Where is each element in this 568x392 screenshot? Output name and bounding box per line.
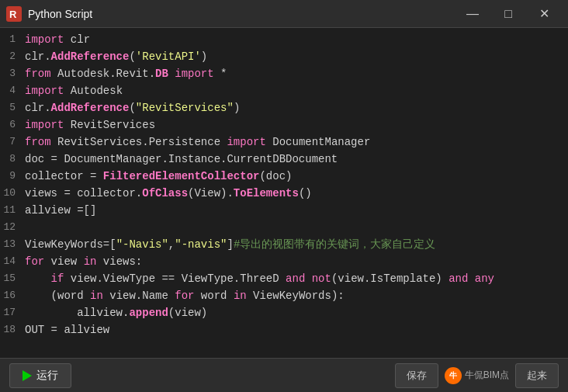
line-number: 3 <box>0 65 22 82</box>
play-icon <box>23 370 32 381</box>
watermark-logo: 牛 <box>445 367 462 384</box>
line-number: 1 <box>0 31 22 48</box>
line-number: 7 <box>0 134 22 151</box>
line-content: from Autodesk.Revit.DB import * <box>22 65 227 82</box>
maximize-button[interactable]: □ <box>490 0 526 28</box>
line-number: 2 <box>0 48 22 65</box>
code-line-7: 7 from RevitServices.Persistence import … <box>0 134 568 151</box>
line-content: ViewKeyWords=["-Navis","-navis"]#导出的视图带有… <box>22 236 435 253</box>
line-content: allview.append(view) <box>22 304 207 321</box>
line-content: OUT = allview <box>22 321 109 338</box>
code-line-15: 15 if view.ViewType == ViewType.ThreeD a… <box>0 270 568 287</box>
svg-text:R: R <box>9 9 17 20</box>
run-label: 运行 <box>36 369 58 383</box>
code-line-10: 10 views = collector.OfClass(View).ToEle… <box>0 185 568 202</box>
run-button[interactable]: 运行 <box>9 363 71 388</box>
line-number: 12 <box>0 219 22 236</box>
line-number: 6 <box>0 116 22 134</box>
code-line-5: 5 clr.AddReference("RevitServices") <box>0 99 568 116</box>
code-line-14: 14 for view in views: <box>0 253 568 270</box>
code-line-16: 16 (word in view.Name for word in ViewKe… <box>0 287 568 304</box>
line-content: views = collector.OfClass(View).ToElemen… <box>22 185 312 202</box>
line-number: 18 <box>0 321 22 338</box>
line-number: 14 <box>0 253 22 270</box>
line-number: 15 <box>0 270 22 287</box>
line-number: 8 <box>0 151 22 168</box>
line-number: 17 <box>0 304 22 321</box>
line-number: 10 <box>0 185 22 202</box>
line-number: 5 <box>0 99 22 116</box>
save-area: 保存 牛 牛侃BIM点 起来 <box>395 363 559 388</box>
save-button[interactable]: 保存 <box>395 363 438 388</box>
watermark: 牛 牛侃BIM点 <box>445 367 509 384</box>
code-line-12: 12 <box>0 219 568 236</box>
line-content: import clr <box>22 31 90 48</box>
code-line-2: 2 clr.AddReference('RevitAPI') <box>0 48 568 65</box>
watermark-text: 牛侃BIM点 <box>465 369 509 382</box>
line-content: import RevitServices <box>22 116 155 134</box>
window-controls: — □ ✕ <box>455 0 562 28</box>
line-number: 11 <box>0 202 22 219</box>
line-content: (word in view.Name for word in ViewKeyWo… <box>22 287 345 304</box>
line-content: allview =[] <box>22 202 96 219</box>
line-content: collector = FilteredElementCollector(doc… <box>22 168 292 185</box>
code-line-6: 6 import RevitServices <box>0 116 568 134</box>
code-line-9: 9 collector = FilteredElementCollector(d… <box>0 168 568 185</box>
minimize-button[interactable]: — <box>455 0 490 28</box>
code-line-13: 13 ViewKeyWords=["-Navis","-navis"]#导出的视… <box>0 236 568 253</box>
code-line-3: 3 from Autodesk.Revit.DB import * <box>0 65 568 82</box>
close-button[interactable]: ✕ <box>526 0 562 28</box>
code-line-4: 4 import Autodesk <box>0 82 568 99</box>
code-line-17: 17 allview.append(view) <box>0 304 568 321</box>
extra-button[interactable]: 起来 <box>515 363 559 388</box>
code-line-8: 8 doc = DocumentManager.Instance.Current… <box>0 151 568 168</box>
line-content: clr.AddReference("RevitServices") <box>22 99 240 116</box>
line-number: 4 <box>0 82 22 99</box>
line-number: 16 <box>0 287 22 304</box>
status-bar: 运行 保存 牛 牛侃BIM点 起来 <box>0 358 568 392</box>
line-content: from RevitServices.Persistence import Do… <box>22 134 370 151</box>
window-title: Python Script <box>28 8 455 20</box>
line-number: 9 <box>0 168 22 185</box>
line-content: if view.ViewType == ViewType.ThreeD and … <box>22 270 494 287</box>
line-content <box>22 219 31 236</box>
code-editor: 1 import clr 2 clr.AddReference('RevitAP… <box>0 28 568 358</box>
line-content: for view in views: <box>22 253 142 270</box>
code-line-1: 1 import clr <box>0 31 568 48</box>
code-line-11: 11 allview =[] <box>0 202 568 219</box>
title-bar: R Python Script — □ ✕ <box>0 0 568 28</box>
line-content: clr.AddReference('RevitAPI') <box>22 48 207 65</box>
code-line-18: 18 OUT = allview <box>0 321 568 338</box>
revit-icon: R <box>6 6 22 22</box>
line-content: import Autodesk <box>22 82 123 99</box>
line-content: doc = DocumentManager.Instance.CurrentDB… <box>22 151 338 168</box>
line-number: 13 <box>0 236 22 253</box>
